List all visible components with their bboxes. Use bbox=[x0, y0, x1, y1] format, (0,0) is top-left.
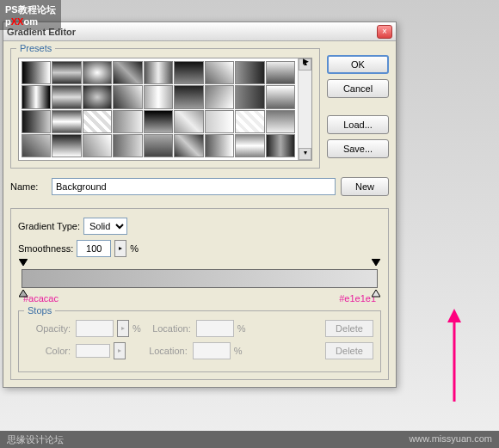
preset-swatch[interactable] bbox=[144, 134, 173, 157]
preset-swatch[interactable] bbox=[83, 85, 112, 108]
preset-swatch[interactable] bbox=[113, 85, 142, 108]
color-flyout-button: ▸ bbox=[114, 342, 126, 359]
color-location-input bbox=[193, 342, 231, 359]
preset-swatch[interactable] bbox=[113, 134, 142, 157]
smoothness-input[interactable] bbox=[77, 240, 111, 257]
preset-swatch[interactable] bbox=[266, 85, 295, 108]
preset-swatch[interactable] bbox=[52, 61, 81, 84]
dialog-body: Presets ▶ ▴ ▾ OK Cancel Load... Save... bbox=[3, 41, 396, 387]
preset-swatch[interactable] bbox=[205, 134, 234, 157]
watermark-line2: pXXom bbox=[5, 16, 56, 27]
stops-label: Stops bbox=[24, 305, 55, 316]
presets-label: Presets bbox=[16, 43, 55, 53]
preset-swatch[interactable] bbox=[52, 110, 81, 133]
gradient-type-label: Gradient Type: bbox=[18, 221, 80, 231]
preset-swatch[interactable] bbox=[22, 134, 51, 157]
preset-swatch[interactable] bbox=[266, 61, 295, 84]
opacity-flyout-button: ▸ bbox=[117, 320, 129, 337]
cancel-button[interactable]: Cancel bbox=[327, 79, 389, 98]
preset-swatch[interactable] bbox=[235, 134, 264, 157]
preset-swatch[interactable] bbox=[144, 61, 173, 84]
preset-swatch[interactable] bbox=[205, 110, 234, 133]
name-input[interactable] bbox=[52, 178, 336, 195]
color-stop-right[interactable] bbox=[372, 290, 380, 298]
gradient-bar[interactable] bbox=[22, 269, 378, 288]
color-annotations: #acacac #e1e1e1 bbox=[18, 293, 381, 307]
preset-swatch[interactable] bbox=[205, 85, 234, 108]
smoothness-flyout-button[interactable]: ▸ bbox=[114, 240, 126, 257]
opacity-stop-left[interactable] bbox=[19, 259, 28, 267]
load-button[interactable]: Load... bbox=[327, 115, 389, 134]
annotation-arrow-icon bbox=[444, 309, 465, 405]
opacity-input bbox=[76, 320, 114, 337]
preset-swatch[interactable] bbox=[174, 61, 203, 84]
preset-swatch[interactable] bbox=[144, 110, 173, 133]
preset-swatch[interactable] bbox=[113, 61, 142, 84]
opacity-delete-button: Delete bbox=[325, 320, 373, 337]
color-location-percent: % bbox=[234, 346, 243, 356]
preset-swatch[interactable] bbox=[22, 61, 51, 84]
preset-swatch[interactable] bbox=[113, 110, 142, 133]
preset-swatch[interactable] bbox=[235, 85, 264, 108]
preset-swatch[interactable] bbox=[205, 61, 234, 84]
preset-swatch[interactable] bbox=[174, 110, 203, 133]
dialog-title: Gradient Editor bbox=[7, 27, 377, 37]
opacity-location-input bbox=[196, 320, 234, 337]
preset-swatch[interactable] bbox=[83, 110, 112, 133]
color-delete-button: Delete bbox=[325, 342, 373, 359]
save-button[interactable]: Save... bbox=[327, 139, 389, 158]
preset-swatch[interactable] bbox=[174, 134, 203, 157]
svg-marker-1 bbox=[372, 259, 380, 266]
status-right: www.missyuan.com bbox=[409, 433, 492, 445]
color-swatch bbox=[76, 344, 110, 358]
left-color-annotation: #acacac bbox=[23, 293, 59, 304]
preset-swatch[interactable] bbox=[174, 85, 203, 108]
preset-swatch[interactable] bbox=[22, 85, 51, 108]
preset-swatch[interactable] bbox=[22, 110, 51, 133]
preset-swatch[interactable] bbox=[52, 134, 81, 157]
opacity-label: Opacity: bbox=[26, 323, 72, 334]
preset-swatch[interactable] bbox=[144, 85, 173, 108]
svg-marker-3 bbox=[372, 290, 380, 297]
preset-scrollbar[interactable]: ▴ ▾ bbox=[298, 58, 311, 160]
preset-swatch[interactable] bbox=[266, 134, 295, 157]
preset-swatch[interactable] bbox=[235, 61, 264, 84]
presets-group: Presets ▶ ▴ ▾ bbox=[10, 48, 320, 169]
percent-sign: % bbox=[130, 243, 139, 254]
preset-swatch[interactable] bbox=[52, 85, 81, 108]
side-button-column: OK Cancel Load... Save... bbox=[327, 48, 389, 169]
watermark-overlay: PS教程论坛 pXXom bbox=[0, 0, 61, 30]
smoothness-label: Smoothness: bbox=[18, 243, 73, 254]
opacity-location-label: Location: bbox=[145, 323, 193, 334]
opacity-stop-right[interactable] bbox=[372, 259, 380, 267]
status-left: 思缘设计论坛 bbox=[7, 433, 64, 445]
opacity-location-percent: % bbox=[237, 323, 246, 334]
svg-marker-5 bbox=[447, 309, 461, 322]
status-bar: 思缘设计论坛 www.missyuan.com bbox=[0, 431, 499, 448]
name-label: Name: bbox=[10, 181, 46, 192]
preset-swatch[interactable] bbox=[235, 110, 264, 133]
svg-marker-0 bbox=[19, 259, 28, 266]
preset-swatch-grid bbox=[19, 58, 298, 160]
preset-swatch[interactable] bbox=[266, 110, 295, 133]
name-row: Name: New bbox=[10, 174, 389, 199]
gradient-bar-wrap bbox=[22, 269, 378, 288]
svg-marker-2 bbox=[19, 290, 28, 297]
preset-swatch[interactable] bbox=[83, 61, 112, 84]
preset-swatch[interactable] bbox=[83, 134, 112, 157]
stops-group: Stops Opacity: ▸ % Location: % Delete Co… bbox=[18, 310, 381, 372]
gradient-type-group: Gradient Type: Solid Smoothness: ▸ % #ac… bbox=[10, 208, 389, 380]
titlebar[interactable]: Gradient Editor × bbox=[3, 22, 396, 41]
opacity-percent: % bbox=[132, 323, 141, 334]
presets-flyout-button[interactable]: ▶ bbox=[300, 56, 311, 66]
ok-button[interactable]: OK bbox=[327, 55, 389, 74]
gradient-type-select[interactable]: Solid bbox=[83, 218, 127, 235]
new-button[interactable]: New bbox=[341, 177, 389, 196]
close-button[interactable]: × bbox=[377, 25, 392, 39]
right-color-annotation: #e1e1e1 bbox=[339, 293, 376, 304]
scroll-down-icon[interactable]: ▾ bbox=[299, 148, 311, 160]
color-location-label: Location: bbox=[141, 346, 189, 356]
gradient-editor-dialog: Gradient Editor × Presets ▶ ▴ ▾ OK Cance… bbox=[3, 21, 397, 388]
color-label: Color: bbox=[26, 346, 72, 356]
color-stop-left[interactable] bbox=[19, 290, 28, 298]
